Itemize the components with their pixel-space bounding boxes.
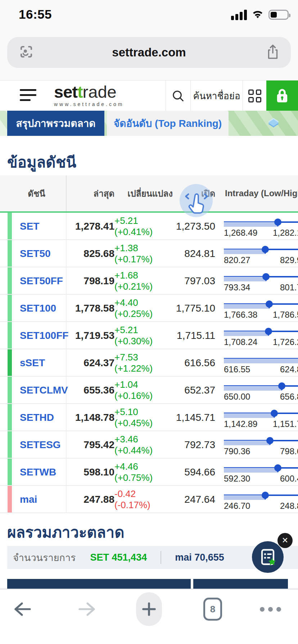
index-name-link[interactable]: SETWB — [20, 459, 56, 486]
last-price: 598.10 — [54, 459, 114, 486]
site-header: settrade www.settrade.com ค้นหาชื่อย่อ — [0, 80, 298, 111]
index-name-link[interactable]: SET100 — [20, 295, 56, 322]
tab-count: 8 — [203, 598, 222, 621]
status-time: 16:55 — [19, 7, 52, 22]
row-trend-bar — [8, 431, 12, 458]
last-price: 1,148.78 — [54, 404, 114, 431]
reader-scan-icon[interactable] — [19, 44, 34, 61]
intraday-marker — [274, 218, 281, 226]
search-icon — [171, 89, 185, 103]
cube-icon[interactable] — [266, 117, 281, 131]
table-row[interactable]: SET100FF 1,719.53 +5.21 (+0.30%) 1,715.1… — [0, 322, 298, 349]
last-price: 247.88 — [54, 486, 114, 513]
cellular-signal-icon — [231, 9, 247, 20]
change-value: +5.10 (+0.45%) — [114, 404, 173, 431]
intraday-range-slider: 1,142.89 1,151.7 — [224, 410, 298, 426]
login-button[interactable] — [266, 80, 298, 111]
intraday-low: 1,708.24 — [224, 337, 257, 347]
intraday-range-slider: 1,708.24 1,726.2 — [224, 328, 298, 344]
tab-market-summary[interactable]: สรุปภาพรวมตลาด — [7, 111, 104, 136]
intraday-high: 798.6 — [280, 446, 298, 456]
table-row[interactable]: mai 247.88 -0.42 (-0.17%) 247.64 246.70 … — [0, 486, 298, 513]
row-trend-bar — [8, 295, 12, 321]
open-price: 652.37 — [173, 377, 215, 404]
intraday-low: 1,268.49 — [224, 228, 257, 238]
index-table: ดัชนี ล่าสุด เปลี่ยนแปลง เปิด Intraday (… — [0, 175, 298, 513]
open-price: 247.64 — [173, 486, 215, 513]
table-row[interactable]: sSET 624.37 +7.53 (+1.22%) 616.56 616.55… — [0, 349, 298, 377]
intraday-marker — [274, 464, 281, 472]
last-price: 1,778.58 — [54, 295, 114, 322]
index-name-link[interactable]: SETHD — [20, 404, 54, 431]
row-trend-bar — [8, 213, 12, 239]
intraday-range-slider: 650.00 656.8 — [224, 382, 298, 398]
table-row[interactable]: SETESG 795.42 +3.46 (+0.44%) 792.73 790.… — [0, 431, 298, 459]
section-tabbar: สรุปภาพรวมตลาด จัดอันดับ (Top Ranking) — [0, 111, 298, 136]
apps-menu-button[interactable] — [243, 80, 266, 111]
next-section-panel-right — [193, 579, 288, 589]
intraday-marker — [262, 246, 269, 253]
plus-icon — [141, 601, 157, 617]
row-trend-bar — [8, 377, 12, 403]
row-trend-bar — [8, 459, 12, 485]
change-value: +1.68 (+0.21%) — [114, 267, 173, 295]
lock-icon — [274, 88, 290, 104]
table-row[interactable]: SETCLMV 655.36 +1.04 (+0.16%) 652.37 650… — [0, 377, 298, 404]
last-price: 798.19 — [54, 267, 114, 295]
index-name-link[interactable]: SET — [20, 213, 39, 240]
forward-button[interactable] — [74, 589, 99, 629]
menu-icon[interactable] — [20, 89, 36, 101]
intraday-low: 820.27 — [224, 255, 250, 265]
back-button[interactable] — [10, 589, 35, 629]
index-name-link[interactable]: SET50 — [20, 240, 51, 267]
swipe-hand-icon — [184, 190, 209, 221]
change-value: +3.46 (+0.44%) — [114, 431, 173, 459]
intraday-range-slider: 616.55 624.8 — [224, 355, 298, 371]
row-trend-bar — [8, 322, 12, 349]
tab-top-ranking[interactable]: จัดอันดับ (Top Ranking) — [107, 111, 229, 136]
screen: 16:55 settrade.com — [0, 0, 298, 644]
symbol-search-button[interactable]: ค้นหาชื่อย่อ — [190, 80, 243, 111]
index-name-link[interactable]: sSET — [20, 349, 45, 377]
intraday-marker — [265, 328, 272, 335]
search-button[interactable] — [166, 80, 190, 111]
table-row[interactable]: SET50FF 798.19 +1.68 (+0.21%) 797.03 793… — [0, 267, 298, 295]
intraday-high: 600.4 — [280, 474, 298, 484]
intraday-low: 1,142.89 — [224, 419, 257, 429]
change-value: +5.21 (+0.41%) — [114, 213, 173, 240]
mai-count: mai 70,655 — [175, 552, 224, 563]
more-menu-button[interactable] — [258, 589, 283, 629]
intraday-low: 1,766.38 — [224, 310, 257, 320]
index-name-link[interactable]: mai — [20, 486, 37, 513]
close-icon[interactable]: ✕ — [277, 533, 293, 548]
intraday-high: 624.8 — [280, 364, 298, 374]
last-price: 795.42 — [54, 431, 114, 459]
table-row[interactable]: SETWB 598.10 +4.46 (+0.75%) 594.66 592.3… — [0, 459, 298, 486]
page-url: settrade.com — [112, 46, 186, 59]
ellipsis-icon — [260, 607, 281, 612]
address-bar[interactable]: settrade.com — [7, 37, 291, 68]
table-row[interactable]: SETHD 1,148.78 +5.10 (+0.45%) 1,145.71 1… — [0, 404, 298, 431]
intraday-marker — [278, 382, 285, 390]
settrade-logo[interactable]: settrade www.settrade.com — [54, 83, 124, 107]
table-row[interactable]: SET 1,278.41 +5.21 (+0.41%) 1,273.50 1,2… — [0, 213, 298, 240]
watchlist-icon — [258, 548, 277, 566]
change-value: -0.42 (-0.17%) — [114, 486, 173, 513]
apps-grid-icon — [248, 89, 261, 102]
open-price: 1,145.71 — [173, 404, 215, 431]
table-row[interactable]: SET50 825.68 +1.38 (+0.17%) 824.81 820.2… — [0, 240, 298, 267]
new-tab-button[interactable] — [136, 589, 162, 629]
set-count: SET 451,434 — [90, 552, 147, 563]
intraday-range-slider: 246.70 248.8 — [224, 492, 298, 507]
open-price: 616.56 — [173, 349, 215, 377]
share-icon[interactable] — [266, 43, 280, 61]
tabs-button[interactable]: 8 — [202, 589, 224, 629]
watchlist-fab[interactable] — [252, 541, 284, 573]
intraday-high: 248.8 — [280, 501, 298, 511]
intraday-high: 1,786.5 — [273, 310, 298, 320]
intraday-high: 656.8 — [280, 392, 298, 402]
logo-tagline: www.settrade.com — [54, 101, 124, 107]
change-value: +4.40 (+0.25%) — [114, 295, 173, 322]
table-row[interactable]: SET100 1,778.58 +4.40 (+0.25%) 1,775.10 … — [0, 295, 298, 322]
row-trend-bar — [8, 240, 12, 267]
